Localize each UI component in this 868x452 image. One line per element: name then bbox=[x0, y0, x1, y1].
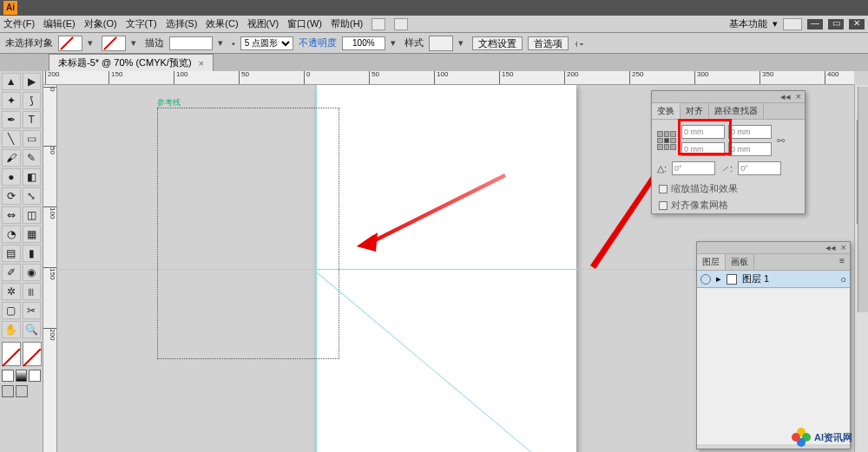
search-icon[interactable] bbox=[783, 18, 802, 30]
close-button[interactable]: ✕ bbox=[849, 19, 865, 29]
shear-field[interactable]: 0° bbox=[738, 161, 781, 175]
layer-row[interactable]: ▸ 图层 1 ○ bbox=[697, 271, 850, 288]
free-transform-tool[interactable]: ◫ bbox=[23, 206, 42, 224]
direct-selection-tool[interactable]: ▶ bbox=[23, 73, 42, 90]
menu-object[interactable]: 对象(O) bbox=[84, 17, 117, 30]
chevron-down-icon[interactable]: ▾ bbox=[88, 37, 96, 49]
gradient-tool[interactable]: ▮ bbox=[23, 245, 42, 262]
opacity-input[interactable] bbox=[342, 36, 385, 50]
preferences-button[interactable]: 首选项 bbox=[528, 36, 569, 50]
rotate-field[interactable]: 0° bbox=[672, 161, 715, 175]
perspective-tool[interactable]: ▦ bbox=[23, 226, 42, 243]
tab-align[interactable]: 对齐 bbox=[681, 103, 709, 119]
pencil-tool[interactable]: ✎ bbox=[23, 149, 42, 167]
menu-file[interactable]: 文件(F) bbox=[3, 17, 35, 30]
opacity-label[interactable]: 不透明度 bbox=[299, 36, 337, 49]
screen-mode-row[interactable] bbox=[2, 385, 41, 397]
fill-swatch[interactable] bbox=[58, 36, 82, 51]
minimize-button[interactable]: — bbox=[807, 19, 823, 29]
full-screen[interactable] bbox=[16, 385, 28, 397]
horizontal-ruler[interactable]: 200 150 100 50 0 50 100 150 200 250 300 … bbox=[43, 71, 854, 85]
align-pixel-checkbox[interactable]: 对齐像素网格 bbox=[652, 197, 805, 213]
close-icon[interactable]: × bbox=[199, 58, 204, 69]
line-tool[interactable]: ╲ bbox=[2, 130, 21, 147]
shape-builder-tool[interactable]: ◔ bbox=[2, 226, 21, 243]
menu-view[interactable]: 视图(V) bbox=[247, 17, 279, 30]
selection-marquee[interactable] bbox=[157, 108, 339, 359]
collapse-icon[interactable]: ◂◂ bbox=[825, 242, 836, 253]
vertical-ruler[interactable]: 0 50 100 150 200 bbox=[43, 85, 57, 452]
tab-pathfinder[interactable]: 路径查找器 bbox=[709, 103, 764, 119]
chevron-down-icon[interactable]: ▾ bbox=[131, 37, 140, 49]
document-setup-button[interactable]: 文档设置 bbox=[472, 36, 523, 50]
collapsed-dock[interactable] bbox=[858, 87, 868, 312]
chevron-down-icon[interactable]: ▾ bbox=[218, 37, 227, 49]
mesh-tool[interactable]: ▤ bbox=[2, 245, 21, 262]
menu-type[interactable]: 文字(T) bbox=[126, 17, 157, 30]
menu-help[interactable]: 帮助(H) bbox=[331, 17, 363, 30]
normal-screen[interactable] bbox=[2, 385, 14, 397]
close-icon[interactable]: × bbox=[796, 91, 801, 102]
eyedropper-tool[interactable]: ✐ bbox=[2, 264, 21, 281]
blob-brush-tool[interactable]: ● bbox=[2, 168, 21, 186]
color-mode[interactable] bbox=[2, 370, 14, 382]
tab-layers[interactable]: 图层 bbox=[697, 254, 726, 270]
zoom-tool[interactable]: 🔍 bbox=[23, 321, 42, 338]
tab-transform[interactable]: 变换 bbox=[652, 103, 681, 119]
tab-artboards[interactable]: 画板 bbox=[726, 254, 754, 270]
panel-tabs: 变换 对齐 路径查找器 bbox=[652, 103, 805, 120]
stroke-weight-input[interactable] bbox=[169, 36, 213, 50]
layout-icon-2[interactable] bbox=[394, 18, 408, 30]
layer-name[interactable]: 图层 1 bbox=[742, 272, 769, 285]
document-tab[interactable]: 未标题-5* @ 70% (CMYK/预览) × bbox=[49, 54, 214, 71]
paintbrush-tool[interactable]: 🖌 bbox=[2, 149, 21, 167]
rotate-tool[interactable]: ⟳ bbox=[2, 187, 21, 205]
expand-icon[interactable]: ▸ bbox=[716, 273, 721, 285]
lasso-tool[interactable]: ⟆ bbox=[23, 92, 42, 109]
close-icon[interactable]: × bbox=[841, 242, 846, 253]
graph-tool[interactable]: ⫼ bbox=[23, 283, 42, 300]
panel-titlebar[interactable]: ◂◂× bbox=[652, 91, 805, 103]
menu-effect[interactable]: 效果(C) bbox=[206, 17, 238, 30]
hand-tool[interactable]: ✋ bbox=[2, 321, 21, 338]
symbol-sprayer-tool[interactable]: ✲ bbox=[2, 283, 21, 300]
width-tool[interactable]: ⇔ bbox=[2, 206, 21, 224]
magic-wand-tool[interactable]: ✦ bbox=[2, 92, 21, 109]
maximize-button[interactable]: ▭ bbox=[828, 19, 844, 29]
chevron-down-icon[interactable]: ▾ bbox=[458, 37, 467, 49]
h-field[interactable]: 0 mm bbox=[728, 142, 772, 156]
menu-window[interactable]: 窗口(W) bbox=[287, 17, 322, 30]
artboard-tool[interactable]: ▢ bbox=[2, 302, 21, 319]
gradient-mode[interactable] bbox=[16, 370, 28, 382]
style-swatch[interactable] bbox=[429, 36, 453, 51]
slice-tool[interactable]: ✂ bbox=[23, 302, 42, 319]
workspace-switcher[interactable]: 基本功能 bbox=[729, 17, 767, 30]
blend-tool[interactable]: ◉ bbox=[23, 264, 42, 281]
scale-strokes-checkbox[interactable]: 缩放描边和效果 bbox=[652, 180, 805, 197]
menu-edit[interactable]: 编辑(E) bbox=[43, 17, 76, 30]
scale-tool[interactable]: ⤡ bbox=[23, 187, 42, 205]
chevron-down-icon[interactable]: ▾ bbox=[773, 18, 778, 29]
panel-titlebar[interactable]: ◂◂× bbox=[697, 242, 850, 254]
brush-select[interactable]: 5 点圆形 bbox=[240, 36, 293, 50]
w-field[interactable]: 0 mm bbox=[728, 125, 772, 139]
rectangle-tool[interactable]: ▭ bbox=[23, 130, 42, 147]
collapse-icon[interactable]: ◂◂ bbox=[780, 91, 791, 102]
target-icon[interactable]: ○ bbox=[840, 274, 846, 285]
selection-tool[interactable]: ▲ bbox=[2, 73, 21, 90]
type-tool[interactable]: T bbox=[23, 111, 42, 128]
none-mode[interactable] bbox=[29, 370, 41, 382]
pen-tool[interactable]: ✒ bbox=[2, 111, 21, 128]
color-mode-row[interactable] bbox=[2, 370, 41, 382]
visibility-icon[interactable] bbox=[700, 274, 711, 285]
chevron-down-icon[interactable]: ▾ bbox=[391, 37, 399, 49]
layout-icon-1[interactable] bbox=[372, 18, 385, 30]
link-icon[interactable]: ⚯ bbox=[777, 135, 785, 147]
eraser-tool[interactable]: ◧ bbox=[23, 168, 42, 186]
menu-select[interactable]: 选择(S) bbox=[166, 17, 198, 30]
fill-stroke-swatch[interactable] bbox=[2, 342, 42, 366]
reference-point[interactable] bbox=[657, 131, 676, 150]
stroke-swatch[interactable] bbox=[102, 36, 126, 51]
panel-menu-icon[interactable]: ≡ bbox=[834, 254, 850, 270]
align-icon[interactable]: ⫞▾ bbox=[574, 38, 584, 49]
